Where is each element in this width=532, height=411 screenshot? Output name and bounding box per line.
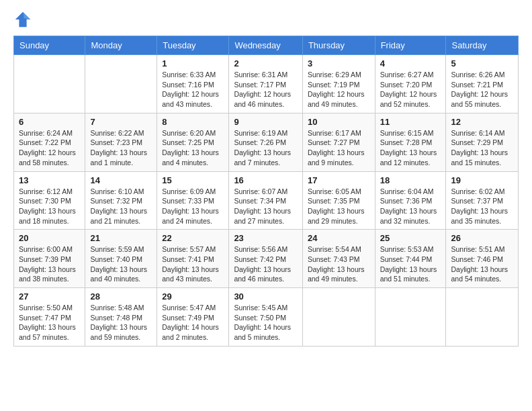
weekday-header-sunday: Sunday xyxy=(14,36,85,55)
day-info: Sunrise: 6:12 AM Sunset: 7:30 PM Dayligh… xyxy=(19,187,80,226)
day-cell: 9Sunrise: 6:19 AM Sunset: 7:26 PM Daylig… xyxy=(229,113,303,171)
day-info: Sunrise: 5:51 AM Sunset: 7:46 PM Dayligh… xyxy=(451,244,513,284)
day-info: Sunrise: 6:20 AM Sunset: 7:25 PM Dayligh… xyxy=(162,128,224,168)
weekday-header-row: SundayMondayTuesdayWednesdayThursdayFrid… xyxy=(14,36,519,55)
day-info: Sunrise: 5:59 AM Sunset: 7:40 PM Dayligh… xyxy=(90,244,152,284)
day-cell: 8Sunrise: 6:20 AM Sunset: 7:25 PM Daylig… xyxy=(157,113,229,171)
day-cell: 6Sunrise: 6:24 AM Sunset: 7:22 PM Daylig… xyxy=(14,113,85,171)
day-number: 16 xyxy=(234,175,298,185)
logo xyxy=(13,10,35,29)
day-number: 11 xyxy=(380,117,441,127)
day-cell: 5Sunrise: 6:26 AM Sunset: 7:21 PM Daylig… xyxy=(446,55,519,113)
week-row-5: 27Sunrise: 5:50 AM Sunset: 7:47 PM Dayli… xyxy=(14,288,519,347)
day-cell: 25Sunrise: 5:53 AM Sunset: 7:44 PM Dayli… xyxy=(375,230,446,288)
day-info: Sunrise: 6:27 AM Sunset: 7:20 PM Dayligh… xyxy=(380,70,441,109)
day-cell: 18Sunrise: 6:04 AM Sunset: 7:36 PM Dayli… xyxy=(375,171,446,230)
day-number: 12 xyxy=(451,117,513,127)
day-info: Sunrise: 5:47 AM Sunset: 7:49 PM Dayligh… xyxy=(162,303,224,342)
week-row-3: 13Sunrise: 6:12 AM Sunset: 7:30 PM Dayli… xyxy=(14,171,519,230)
day-cell xyxy=(85,55,157,113)
day-number: 21 xyxy=(90,233,152,243)
day-info: Sunrise: 6:04 AM Sunset: 7:36 PM Dayligh… xyxy=(380,187,441,226)
day-number: 8 xyxy=(162,117,224,127)
day-info: Sunrise: 6:02 AM Sunset: 7:37 PM Dayligh… xyxy=(451,187,513,226)
day-cell: 23Sunrise: 5:56 AM Sunset: 7:42 PM Dayli… xyxy=(229,230,303,288)
header xyxy=(13,10,519,29)
day-cell: 24Sunrise: 5:54 AM Sunset: 7:43 PM Dayli… xyxy=(302,230,375,288)
day-cell xyxy=(302,288,375,347)
logo-icon xyxy=(13,10,32,29)
day-number: 2 xyxy=(234,58,298,68)
day-number: 1 xyxy=(162,58,224,68)
day-info: Sunrise: 5:54 AM Sunset: 7:43 PM Dayligh… xyxy=(308,244,370,284)
day-cell: 13Sunrise: 6:12 AM Sunset: 7:30 PM Dayli… xyxy=(14,171,85,230)
day-cell: 20Sunrise: 6:00 AM Sunset: 7:39 PM Dayli… xyxy=(14,230,85,288)
day-info: Sunrise: 5:57 AM Sunset: 7:41 PM Dayligh… xyxy=(162,244,224,284)
weekday-header-tuesday: Tuesday xyxy=(157,36,229,55)
day-info: Sunrise: 5:50 AM Sunset: 7:47 PM Dayligh… xyxy=(19,303,80,342)
day-info: Sunrise: 6:29 AM Sunset: 7:19 PM Dayligh… xyxy=(308,70,370,109)
weekday-header-wednesday: Wednesday xyxy=(229,36,303,55)
day-cell xyxy=(14,55,85,113)
day-info: Sunrise: 6:26 AM Sunset: 7:21 PM Dayligh… xyxy=(451,70,513,109)
day-cell: 3Sunrise: 6:29 AM Sunset: 7:19 PM Daylig… xyxy=(302,55,375,113)
day-info: Sunrise: 6:22 AM Sunset: 7:23 PM Dayligh… xyxy=(90,128,152,168)
day-cell xyxy=(446,288,519,347)
day-number: 22 xyxy=(162,233,224,243)
day-cell: 26Sunrise: 5:51 AM Sunset: 7:46 PM Dayli… xyxy=(446,230,519,288)
day-cell: 10Sunrise: 6:17 AM Sunset: 7:27 PM Dayli… xyxy=(302,113,375,171)
day-cell: 15Sunrise: 6:09 AM Sunset: 7:33 PM Dayli… xyxy=(157,171,229,230)
day-number: 25 xyxy=(380,233,441,243)
day-cell: 27Sunrise: 5:50 AM Sunset: 7:47 PM Dayli… xyxy=(14,288,85,347)
day-number: 13 xyxy=(19,175,80,185)
weekday-header-saturday: Saturday xyxy=(446,36,519,55)
day-number: 23 xyxy=(234,233,298,243)
day-number: 17 xyxy=(308,175,370,185)
day-number: 14 xyxy=(90,175,152,185)
day-number: 29 xyxy=(162,291,224,302)
day-number: 9 xyxy=(234,117,298,127)
weekday-header-monday: Monday xyxy=(85,36,157,55)
day-cell: 19Sunrise: 6:02 AM Sunset: 7:37 PM Dayli… xyxy=(446,171,519,230)
day-info: Sunrise: 6:07 AM Sunset: 7:34 PM Dayligh… xyxy=(234,187,298,226)
day-number: 18 xyxy=(380,175,441,185)
day-cell: 12Sunrise: 6:14 AM Sunset: 7:29 PM Dayli… xyxy=(446,113,519,171)
day-cell: 1Sunrise: 6:33 AM Sunset: 7:16 PM Daylig… xyxy=(157,55,229,113)
day-info: Sunrise: 5:56 AM Sunset: 7:42 PM Dayligh… xyxy=(234,244,298,284)
day-cell xyxy=(375,288,446,347)
day-number: 30 xyxy=(234,291,298,302)
day-number: 19 xyxy=(451,175,513,185)
day-cell: 30Sunrise: 5:45 AM Sunset: 7:50 PM Dayli… xyxy=(229,288,303,347)
day-info: Sunrise: 6:10 AM Sunset: 7:32 PM Dayligh… xyxy=(90,187,152,226)
day-number: 24 xyxy=(308,233,370,243)
day-cell: 14Sunrise: 6:10 AM Sunset: 7:32 PM Dayli… xyxy=(85,171,157,230)
day-number: 20 xyxy=(19,233,80,243)
day-cell: 21Sunrise: 5:59 AM Sunset: 7:40 PM Dayli… xyxy=(85,230,157,288)
day-cell: 29Sunrise: 5:47 AM Sunset: 7:49 PM Dayli… xyxy=(157,288,229,347)
day-info: Sunrise: 6:33 AM Sunset: 7:16 PM Dayligh… xyxy=(162,70,224,109)
day-number: 5 xyxy=(451,58,513,68)
week-row-4: 20Sunrise: 6:00 AM Sunset: 7:39 PM Dayli… xyxy=(14,230,519,288)
day-info: Sunrise: 6:17 AM Sunset: 7:27 PM Dayligh… xyxy=(308,128,370,168)
week-row-2: 6Sunrise: 6:24 AM Sunset: 7:22 PM Daylig… xyxy=(14,113,519,171)
weekday-header-friday: Friday xyxy=(375,36,446,55)
day-info: Sunrise: 6:31 AM Sunset: 7:17 PM Dayligh… xyxy=(234,70,298,109)
day-info: Sunrise: 6:15 AM Sunset: 7:28 PM Dayligh… xyxy=(380,128,441,168)
day-number: 28 xyxy=(90,291,152,302)
day-cell: 17Sunrise: 6:05 AM Sunset: 7:35 PM Dayli… xyxy=(302,171,375,230)
day-info: Sunrise: 5:53 AM Sunset: 7:44 PM Dayligh… xyxy=(380,244,441,284)
svg-marker-1 xyxy=(23,12,30,19)
day-info: Sunrise: 6:19 AM Sunset: 7:26 PM Dayligh… xyxy=(234,128,298,168)
day-info: Sunrise: 6:09 AM Sunset: 7:33 PM Dayligh… xyxy=(162,187,224,226)
day-cell: 11Sunrise: 6:15 AM Sunset: 7:28 PM Dayli… xyxy=(375,113,446,171)
day-number: 7 xyxy=(90,117,152,127)
day-number: 6 xyxy=(19,117,80,127)
day-number: 4 xyxy=(380,58,441,68)
day-number: 26 xyxy=(451,233,513,243)
day-cell: 4Sunrise: 6:27 AM Sunset: 7:20 PM Daylig… xyxy=(375,55,446,113)
day-info: Sunrise: 6:24 AM Sunset: 7:22 PM Dayligh… xyxy=(19,128,80,168)
day-cell: 2Sunrise: 6:31 AM Sunset: 7:17 PM Daylig… xyxy=(229,55,303,113)
day-cell: 28Sunrise: 5:48 AM Sunset: 7:48 PM Dayli… xyxy=(85,288,157,347)
page: SundayMondayTuesdayWednesdayThursdayFrid… xyxy=(0,0,532,357)
day-number: 3 xyxy=(308,58,370,68)
